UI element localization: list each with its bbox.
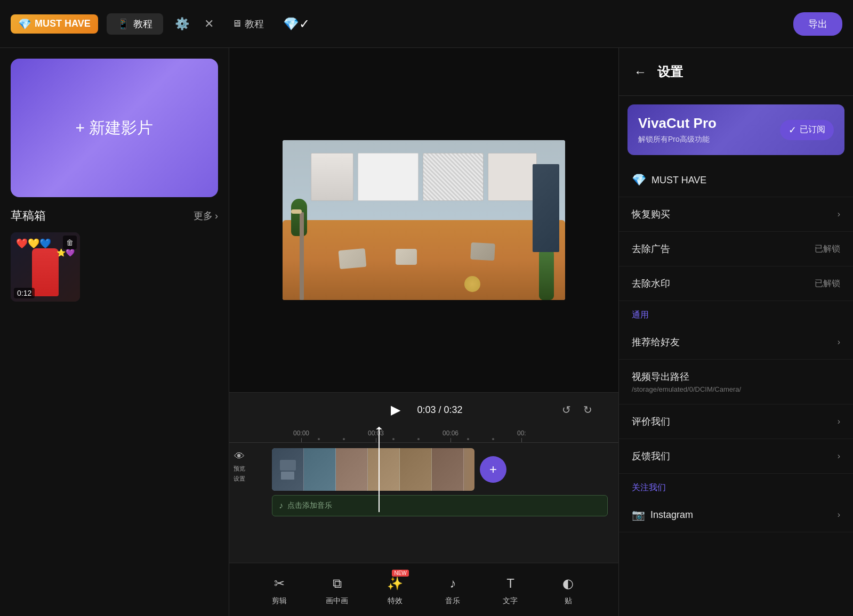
- preview-controls: 👁 预览 设置: [234, 450, 245, 483]
- pro-card[interactable]: VivaCut Pro 解锁所有Pro高级功能 ✓ 已订阅: [627, 104, 844, 155]
- settings-remove-ads[interactable]: 去除广告 已解锁: [619, 232, 853, 266]
- audio-clip[interactable]: ♪ 点击添加音乐: [272, 495, 608, 516]
- rate-chevron: ›: [838, 417, 840, 426]
- remove-watermark-status: 已解锁: [815, 278, 840, 289]
- section-general: 通用: [619, 301, 853, 325]
- feedback-chevron: ›: [838, 451, 840, 461]
- video-preview: [229, 48, 618, 392]
- gem-tab[interactable]: 💎✓: [283, 17, 310, 31]
- rate-left: 评价我们: [632, 415, 670, 428]
- export-path-value: /storage/emulated/0/DCIM/Camera/: [632, 385, 741, 393]
- video-frame: [283, 140, 565, 300]
- must-have-gem-icon: 💎: [632, 173, 646, 187]
- tool-effects[interactable]: ✨ NEW 特效: [376, 574, 414, 606]
- must-have-row[interactable]: 💎 MUST HAVE: [619, 164, 853, 197]
- tool-music[interactable]: ♪ 音乐: [434, 574, 471, 606]
- undo-button[interactable]: ↺: [557, 400, 576, 419]
- settings-title: 设置: [657, 63, 683, 80]
- gem-tab-icon: 💎✓: [283, 17, 310, 31]
- subscribed-badge: ✓ 已订阅: [780, 120, 834, 140]
- settings-recommend[interactable]: 推荐给好友 ›: [619, 325, 853, 360]
- add-clip-button[interactable]: +: [480, 456, 506, 483]
- feedback-left: 反馈我们: [632, 450, 670, 463]
- pro-subtitle: 解锁所有Pro高级功能: [638, 135, 717, 144]
- top-bar: 💎 MUST HAVE 📱 教程 ⚙️ ✕ 🖥 教程 💎✓ 导出: [0, 0, 853, 48]
- ruler-marks: 00:00 00:03 00:06 00:: [293, 427, 597, 442]
- audio-track[interactable]: ♪ 点击添加音乐: [272, 495, 608, 516]
- pro-title: VivaCut Pro: [638, 115, 717, 132]
- tutorial-tab[interactable]: 🖥 教程: [226, 14, 270, 34]
- instagram-chevron: ›: [838, 510, 840, 520]
- close-button[interactable]: ✕: [201, 14, 217, 34]
- recommend-chevron: ›: [838, 337, 840, 347]
- settings-content: VivaCut Pro 解锁所有Pro高级功能 ✓ 已订阅 💎 MUST HAV…: [619, 96, 853, 616]
- play-button[interactable]: ▶: [385, 399, 406, 420]
- settings-button[interactable]: ⚙️: [172, 14, 192, 34]
- center-panel: ▶ 0:03 / 0:32 ↺ ↻ 00:00 00:03: [229, 48, 618, 616]
- restore-left: 恢复购买: [632, 208, 670, 221]
- ruler-mark-0: 00:00: [293, 429, 309, 442]
- restore-chevron: ›: [838, 209, 840, 219]
- clip-frame-2: [304, 448, 336, 491]
- tool-sticker[interactable]: ◐ 贴: [550, 574, 587, 606]
- draft-duration: 0:12: [14, 288, 35, 298]
- new-project-card[interactable]: + 新建影片: [11, 59, 218, 197]
- remove-ads-left: 去除广告: [632, 242, 670, 255]
- timeline-controls: ▶ 0:03 / 0:32 ↺ ↻: [229, 393, 618, 427]
- tool-pip[interactable]: ⧉ 画中画: [318, 574, 356, 606]
- track-clip[interactable]: [272, 448, 474, 491]
- monitor-icon: 🖥: [232, 18, 242, 29]
- timeline-tracks: 👁 预览 设置: [229, 443, 618, 563]
- check-icon: ✓: [788, 124, 796, 136]
- ruler-mark-6: 00:06: [442, 429, 458, 442]
- recommend-label: 推荐给好友: [632, 336, 680, 348]
- gear-icon: ⚙️: [175, 17, 189, 31]
- settings-export-path[interactable]: 视频导出路径 /storage/emulated/0/DCIM/Camera/: [619, 360, 853, 404]
- clip-frame-3: [336, 448, 368, 491]
- must-have-badge[interactable]: 💎 MUST HAVE: [11, 14, 98, 34]
- chevron-right-icon: ›: [215, 210, 218, 222]
- tool-effects-label: 特效: [388, 596, 403, 606]
- settings-label: 设置: [234, 475, 245, 483]
- effects-icon-wrapper: ✨ NEW: [385, 574, 405, 593]
- settings-rate[interactable]: 评价我们 ›: [619, 404, 853, 439]
- tool-pip-label: 画中画: [326, 596, 348, 606]
- timeline-ruler: 00:00 00:03 00:06 00:: [229, 427, 618, 443]
- feedback-label: 反馈我们: [632, 450, 670, 463]
- settings-feedback[interactable]: 反馈我们 ›: [619, 439, 853, 474]
- preview-label: 预览: [234, 465, 245, 473]
- tool-text-label: 文字: [503, 596, 518, 606]
- remove-watermark-left: 去除水印: [632, 277, 670, 290]
- settings-instagram[interactable]: 📷 Instagram ›: [619, 498, 853, 532]
- back-button[interactable]: ←: [632, 62, 649, 82]
- settings-restore[interactable]: 恢复购买 ›: [619, 197, 853, 232]
- more-link[interactable]: 更多 ›: [194, 209, 218, 222]
- section-follow: 关注我们: [619, 474, 853, 498]
- remove-ads-status: 已解锁: [815, 244, 840, 255]
- redo-button[interactable]: ↻: [578, 400, 597, 419]
- export-path-label: 视频导出路径: [632, 370, 689, 383]
- must-have-row-label: MUST HAVE: [651, 175, 706, 186]
- time-display: 0:03 / 0:32: [417, 404, 462, 416]
- subscribed-label: 已订阅: [800, 124, 825, 135]
- tool-sticker-label: 贴: [565, 596, 572, 606]
- remove-ads-label: 去除广告: [632, 242, 670, 255]
- audio-label: 点击添加音乐: [287, 501, 332, 510]
- tool-cut[interactable]: ✂ 剪辑: [261, 574, 298, 606]
- tutorial-button-1[interactable]: 📱 教程: [107, 13, 163, 35]
- settings-remove-watermark[interactable]: 去除水印 已解锁: [619, 266, 853, 301]
- video-track: +: [272, 448, 608, 491]
- tool-text[interactable]: T 文字: [492, 574, 529, 606]
- main-content: + 新建影片 草稿箱 更多 › ❤️💛💙 ⭐💜: [0, 48, 853, 616]
- remove-watermark-label: 去除水印: [632, 277, 670, 290]
- instagram-left: 📷 Instagram: [632, 508, 693, 521]
- draft-delete-button[interactable]: 🗑: [63, 236, 77, 249]
- preview-icon: 👁: [234, 450, 245, 463]
- drafts-section: 草稿箱 更多 › ❤️💛💙 ⭐💜: [11, 208, 218, 605]
- ruler-mark-9: 00:: [517, 429, 526, 442]
- tool-music-label: 音乐: [445, 596, 460, 606]
- export-button[interactable]: 导出: [793, 12, 842, 36]
- clip-frame-1: [272, 448, 304, 491]
- draft-item[interactable]: ❤️💛💙 ⭐💜 0:12 🗑: [11, 232, 80, 302]
- clip-frame-5: [400, 448, 432, 491]
